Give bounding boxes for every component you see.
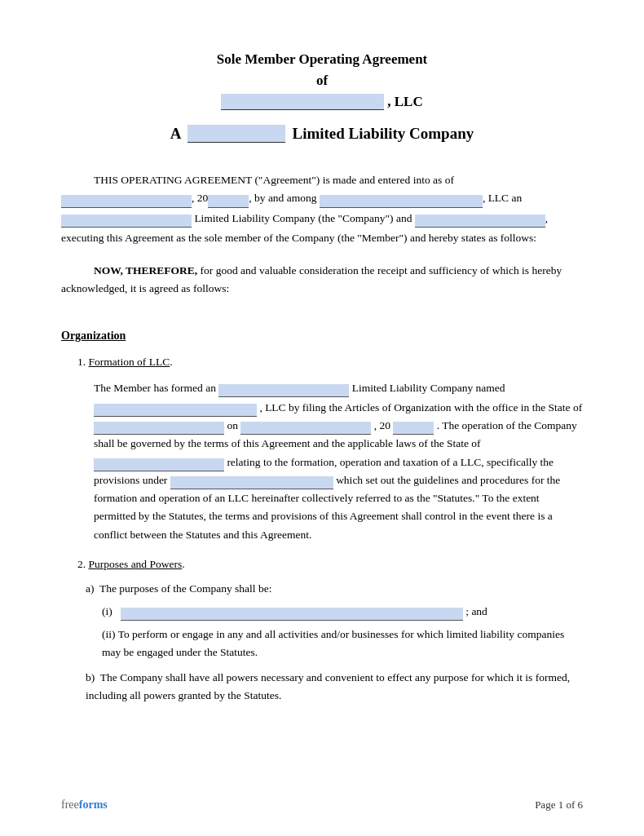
company-name-field[interactable] [320, 195, 483, 208]
intro-paragraph-3: executing this Agreement as the sole mem… [61, 229, 583, 247]
document-page: Sole Member Operating Agreement of , LLC… [0, 0, 644, 836]
item2a-i: (i) ; and [61, 603, 583, 621]
item2a: a) The purposes of the Company shall be: [61, 580, 583, 598]
item1-label: 1. [77, 356, 86, 368]
now-therefore-section: NOW, THEREFORE, for good and valuable co… [61, 262, 583, 299]
footer-brand: freeforms [61, 798, 108, 812]
item2-label: 2. [77, 558, 86, 570]
intro-paragraph-2: Limited Liability Company (the "Company"… [61, 210, 583, 228]
intro-section: THIS OPERATING AGREEMENT ("Agreement") i… [61, 171, 583, 247]
title-line1: Sole Member Operating Agreement [61, 49, 583, 70]
brand-forms: forms [79, 798, 108, 811]
item2-title: Purposes and Powers [89, 558, 183, 570]
org-year-field[interactable] [393, 422, 434, 435]
llc-name-field[interactable] [221, 94, 384, 110]
item1-para2: , LLC by filing the Articles of Organiza… [61, 399, 583, 544]
purpose-field[interactable] [121, 608, 463, 621]
now-therefore-para: NOW, THEREFORE, for good and valuable co… [61, 262, 583, 299]
member-name-field[interactable] [415, 215, 545, 228]
state-field3[interactable] [94, 458, 224, 471]
org-date-field[interactable] [240, 422, 371, 435]
item2a-ii: (ii) To perform or engage in any and all… [61, 626, 583, 662]
subtitle-prefix: A [170, 125, 182, 143]
statutes-field[interactable] [170, 476, 333, 489]
title-line2: of [61, 70, 583, 91]
subtitle-suffix: Limited Liability Company [292, 125, 474, 143]
state-field2[interactable] [94, 422, 224, 435]
subtitle-line: A Limited Liability Company [61, 125, 583, 143]
item1-title: Formation of LLC [89, 356, 170, 368]
state-field[interactable] [187, 125, 285, 143]
state-type-field[interactable] [61, 215, 192, 228]
now-therefore-bold: NOW, THEREFORE, [94, 264, 197, 276]
item2b: b) The Company shall have all powers nec… [61, 669, 583, 706]
llc-suffix: , LLC [387, 94, 422, 110]
title-section: Sole Member Operating Agreement of , LLC… [61, 49, 583, 143]
item1-para: The Member has formed an Limited Liabili… [61, 379, 583, 397]
item1: 1. Formation of LLC. [61, 353, 583, 371]
organization-section: Organization 1. Formation of LLC. The Me… [61, 327, 583, 706]
footer-page: Page 1 of 6 [535, 798, 583, 812]
footer: freeforms Page 1 of 6 [61, 798, 583, 812]
llc-name-field2[interactable] [94, 404, 257, 417]
item2: 2. Purposes and Powers. [61, 555, 583, 573]
intro-paragraph: THIS OPERATING AGREEMENT ("Agreement") i… [61, 171, 583, 208]
section1-header: Organization [61, 327, 583, 345]
llc-type-field[interactable] [218, 384, 349, 397]
brand-free: free [61, 798, 79, 811]
date-field[interactable] [61, 195, 192, 208]
year-field[interactable] [208, 195, 249, 208]
llc-name-line: , LLC [61, 94, 583, 110]
